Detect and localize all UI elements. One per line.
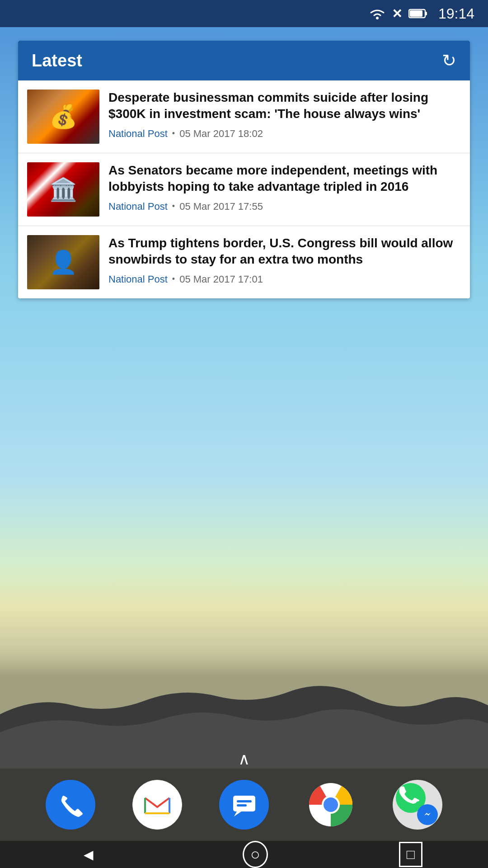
news-thumbnail-2 xyxy=(27,162,99,217)
widget-title: Latest xyxy=(32,51,82,71)
news-item-2[interactable]: As Senators became more independent, mee… xyxy=(18,153,470,226)
svg-point-10 xyxy=(324,797,338,812)
news-headline-2: As Senators became more independent, mee… xyxy=(108,162,461,195)
news-source-1: National Post xyxy=(108,128,168,140)
widget-header: Latest ↻ xyxy=(18,41,470,80)
dock xyxy=(0,769,488,841)
phone-svg xyxy=(57,791,84,818)
dock-whatsapp-messenger-icon[interactable] xyxy=(393,780,442,830)
dock-chrome-icon[interactable] xyxy=(306,780,356,830)
drawer-handle[interactable]: ∧ xyxy=(238,750,250,769)
recents-button[interactable]: □ xyxy=(399,842,422,867)
dock-gmail-icon[interactable] xyxy=(132,780,182,830)
home-button[interactable]: ○ xyxy=(243,841,268,868)
news-time-3: 05 Mar 2017 17:01 xyxy=(179,274,263,285)
svg-rect-4 xyxy=(233,796,255,811)
svg-rect-2 xyxy=(425,12,427,15)
chrome-svg xyxy=(308,782,353,827)
battery-icon xyxy=(408,8,427,19)
svg-rect-3 xyxy=(410,10,422,17)
refresh-button[interactable]: ↻ xyxy=(442,51,456,71)
svg-rect-6 xyxy=(237,800,252,802)
svg-rect-7 xyxy=(237,804,247,807)
svg-point-0 xyxy=(376,17,379,19)
news-item-1[interactable]: Desperate businessman commits suicide af… xyxy=(18,80,470,153)
news-content-1: Desperate businessman commits suicide af… xyxy=(108,90,461,144)
gmail-svg xyxy=(143,793,172,816)
news-thumbnail-1 xyxy=(27,90,99,144)
news-source-2: National Post xyxy=(108,201,168,212)
news-source-3: National Post xyxy=(108,274,168,285)
messages-svg xyxy=(230,790,259,820)
messenger-badge xyxy=(417,804,438,825)
news-time-1: 05 Mar 2017 18:02 xyxy=(179,128,263,140)
hills-decoration xyxy=(0,633,488,769)
news-meta-1: National Post • 05 Mar 2017 18:02 xyxy=(108,128,461,140)
dock-messages-icon[interactable] xyxy=(219,780,269,830)
wifi-icon xyxy=(369,7,385,20)
news-content-2: As Senators became more independent, mee… xyxy=(108,162,461,217)
dock-phone-icon[interactable] xyxy=(46,780,95,830)
news-meta-2: National Post • 05 Mar 2017 17:55 xyxy=(108,201,461,212)
back-button[interactable]: ◀ xyxy=(66,843,112,867)
news-headline-3: As Trump tightens border, U.S. Congress … xyxy=(108,235,461,268)
news-dot-2: • xyxy=(172,202,175,211)
news-item-3[interactable]: As Trump tightens border, U.S. Congress … xyxy=(18,226,470,298)
news-time-2: 05 Mar 2017 17:55 xyxy=(179,201,263,212)
news-dot-1: • xyxy=(172,129,175,138)
status-time: 19:14 xyxy=(438,5,474,22)
signal-icon: ✕ xyxy=(392,6,402,21)
status-bar: ✕ 19:14 xyxy=(0,0,488,27)
status-icons: ✕ 19:14 xyxy=(369,5,474,22)
news-meta-3: National Post • 05 Mar 2017 17:01 xyxy=(108,274,461,285)
news-widget: Latest ↻ Desperate businessman commits s… xyxy=(18,41,470,298)
news-headline-1: Desperate businessman commits suicide af… xyxy=(108,90,461,123)
svg-marker-5 xyxy=(234,811,241,816)
messenger-svg xyxy=(421,808,434,821)
navigation-bar: ◀ ○ □ xyxy=(0,841,488,868)
news-thumbnail-3 xyxy=(27,235,99,289)
news-dot-3: • xyxy=(172,274,175,284)
news-content-3: As Trump tightens border, U.S. Congress … xyxy=(108,235,461,289)
